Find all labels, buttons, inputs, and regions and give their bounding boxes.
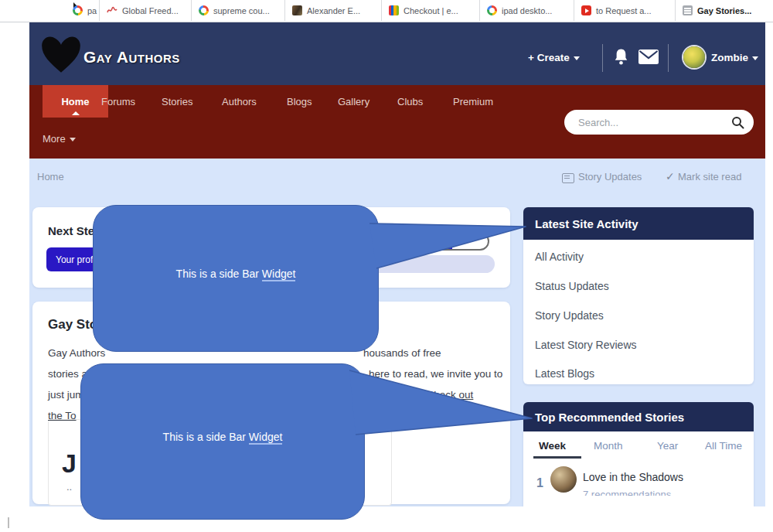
create-label: + Create xyxy=(528,52,570,63)
search-input[interactable] xyxy=(577,116,731,129)
heart-logo-icon[interactable] xyxy=(40,32,82,77)
red-scribble-icon xyxy=(107,5,117,15)
nav-item-stories[interactable]: Stories xyxy=(162,96,192,107)
search-box xyxy=(564,110,754,135)
browser-tab-active[interactable]: Gay Stories... xyxy=(675,0,773,21)
photo-favicon xyxy=(292,5,302,15)
chevron-down-icon xyxy=(752,56,758,60)
tab-year[interactable]: Year xyxy=(657,440,678,452)
paragraph-fragment: here to read, we invite you to xyxy=(369,368,502,380)
top-stories-header: Top Recommended Stories xyxy=(523,402,754,431)
sidebar-item-latest-blogs[interactable]: Latest Blogs xyxy=(535,367,594,380)
tab-week[interactable]: Week xyxy=(539,440,566,452)
profile-progress-bar xyxy=(376,232,489,251)
mark-site-read-link[interactable]: Mark site read xyxy=(678,171,741,182)
masthead-divider xyxy=(668,44,669,72)
nav-label: Home xyxy=(61,96,89,107)
welcome-title: Gay Sto xyxy=(48,317,97,332)
browser-tab[interactable]: to Request a... xyxy=(574,0,675,21)
text-cursor-artifact xyxy=(8,517,9,528)
latest-activity-header: Latest Site Activity xyxy=(523,207,754,240)
color-stripes-icon xyxy=(389,5,399,15)
chevron-down-icon xyxy=(574,56,580,60)
gray-doc-icon xyxy=(683,5,693,15)
tab-month[interactable]: Month xyxy=(594,440,623,452)
tab-label: Alexander E... xyxy=(307,6,360,15)
username-label: Zombie xyxy=(711,52,748,63)
nav-item-blogs[interactable]: Blogs xyxy=(287,96,312,107)
masthead-divider xyxy=(602,44,603,72)
nav-item-gallery[interactable]: Gallery xyxy=(338,96,369,107)
tab-label: supreme cou... xyxy=(213,6,270,15)
callout-text: This is a side Bar Widget xyxy=(94,268,378,280)
active-tab-underline xyxy=(533,456,581,459)
tab-label: Global Freed... xyxy=(122,6,179,15)
breadcrumb[interactable]: Home xyxy=(37,171,64,182)
browser-window: pa Global Freed... supreme cou... Alexan… xyxy=(0,0,773,532)
browser-tab[interactable]: Global Freed... xyxy=(99,0,191,21)
latest-activity-title: Latest Site Activity xyxy=(535,217,638,230)
story-updates-link[interactable]: Story Updates xyxy=(578,171,642,182)
red-play-icon xyxy=(581,5,591,15)
your-profile-label: Your profil xyxy=(56,254,97,265)
search-icon[interactable] xyxy=(731,116,744,129)
nav-item-authors[interactable]: Authors xyxy=(222,96,257,107)
nav-item-premium[interactable]: Premium xyxy=(453,96,493,107)
tab-label: Checkout | e... xyxy=(404,6,458,15)
browser-tab[interactable]: Checkout | e... xyxy=(381,0,479,21)
paragraph-fragment: what to read? Check out xyxy=(360,389,473,401)
story-updates-icon xyxy=(562,173,574,183)
tab-label: to Request a... xyxy=(596,6,652,15)
browser-tab[interactable]: pa xyxy=(66,0,99,21)
more-label: More xyxy=(43,133,66,145)
callout-text: This is a side Bar Widget xyxy=(81,431,364,443)
browser-tab[interactable]: ipad deskto... xyxy=(479,0,574,21)
story-title-link[interactable]: Love in the Shadows xyxy=(583,471,683,483)
paragraph-fragment: housands of free xyxy=(363,347,441,359)
story-rank: 1 xyxy=(536,476,543,490)
sidebar-item-status-updates[interactable]: Status Updates xyxy=(535,280,609,292)
nav-item-clubs[interactable]: Clubs xyxy=(397,96,423,107)
tab-all-time[interactable]: All Time xyxy=(705,440,742,452)
nav-item-more[interactable]: More xyxy=(43,133,76,145)
user-menu[interactable]: Zombie xyxy=(711,52,758,63)
chrome-circle-icon xyxy=(199,5,209,15)
envelope-icon[interactable] xyxy=(638,49,659,64)
paragraph-fragment: just jum xyxy=(48,389,84,401)
browser-tab[interactable]: Alexander E... xyxy=(284,0,381,21)
bell-icon[interactable] xyxy=(613,48,629,66)
create-button[interactable]: + Create xyxy=(528,52,580,63)
story-author-avatar[interactable] xyxy=(550,466,577,493)
user-avatar[interactable] xyxy=(683,46,705,68)
sidebar-item-story-updates[interactable]: Story Updates xyxy=(535,309,604,322)
paragraph-text: what to read? xyxy=(360,389,427,401)
browser-tab[interactable]: supreme cou... xyxy=(191,0,284,21)
featured-story-fragment: .. xyxy=(66,481,72,493)
chrome-circle-icon xyxy=(487,5,497,15)
progress-label-marks xyxy=(387,241,443,244)
active-tab-caret-icon xyxy=(72,111,80,115)
tab-label: pa xyxy=(87,6,97,15)
check-out-link[interactable]: Check out xyxy=(427,389,474,401)
progress-track xyxy=(371,255,495,273)
check-icon: ✓ xyxy=(666,170,675,182)
chevron-down-icon xyxy=(70,138,76,142)
sidebar-item-all-activity[interactable]: All Activity xyxy=(535,251,584,263)
nav-item-forums[interactable]: Forums xyxy=(101,96,135,107)
top-stories-title: Top Recommended Stories xyxy=(535,411,684,424)
callout-annotation: This is a side Bar Widget xyxy=(80,363,365,520)
story-subtitle-clipped: 7 recommendations xyxy=(583,487,737,496)
callout-annotation: This is a side Bar Widget xyxy=(93,205,379,352)
tab-label: ipad deskto... xyxy=(502,6,552,15)
paragraph-fragment: Gay Authors xyxy=(48,347,105,359)
top-stories-link[interactable]: the To xyxy=(48,410,77,421)
chrome-circle-icon xyxy=(73,5,83,15)
featured-story-letter: J xyxy=(62,448,77,479)
next-steps-title: Next Ste xyxy=(48,224,94,237)
browser-tabstrip: pa Global Freed... supreme cou... Alexan… xyxy=(0,0,773,22)
tab-label: Gay Stories... xyxy=(697,6,751,15)
brand-title[interactable]: Gay Authors xyxy=(83,48,180,66)
sidebar-item-latest-story-reviews[interactable]: Latest Story Reviews xyxy=(535,339,637,351)
